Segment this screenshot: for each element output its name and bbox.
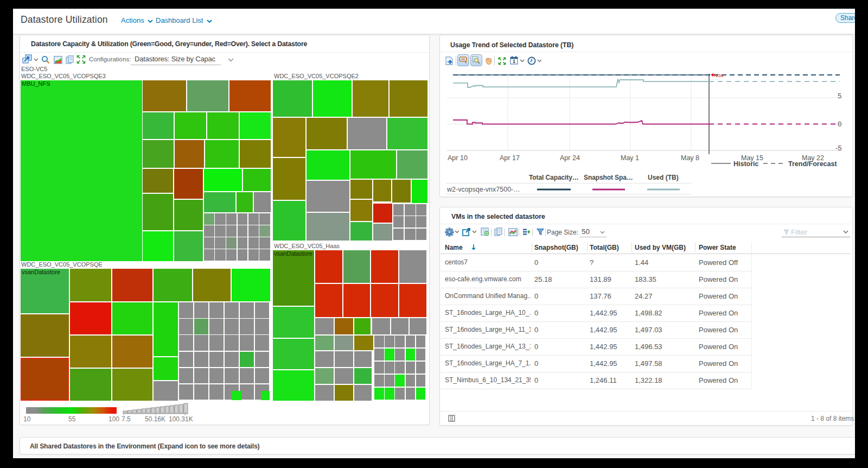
svg-text:Now: Now bbox=[714, 73, 724, 78]
svg-text:1: 1 bbox=[513, 59, 515, 64]
